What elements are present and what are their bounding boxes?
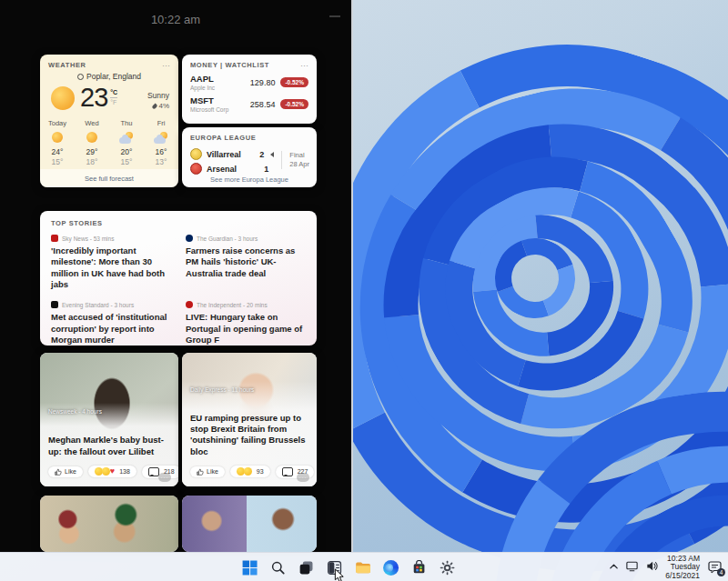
network-icon [625, 559, 639, 573]
guardian-icon [186, 235, 193, 242]
match-date: 28 Apr [289, 160, 309, 169]
weather-location[interactable]: Poplar, England [40, 72, 178, 81]
money-widget[interactable]: MONEY | WATCHLIST ··· AAPL Apple Inc 129… [182, 55, 317, 124]
search-icon [270, 560, 286, 576]
match-status: Final [289, 151, 309, 160]
sun-icon [51, 86, 75, 110]
task-view-icon [298, 560, 314, 576]
tray-clock[interactable]: 10:23 AM Tuesday 6/15/2021 [665, 555, 700, 581]
weather-widget[interactable]: WEATHER ··· Poplar, England 23 °C °F Sun… [40, 55, 178, 187]
location-pin-icon [77, 74, 84, 80]
news-photo [182, 496, 317, 552]
panel-minimize-dash[interactable] [329, 15, 340, 17]
windows-logo-icon [242, 560, 258, 576]
news-card-partial[interactable] [40, 496, 178, 552]
winner-indicator-icon [270, 152, 274, 157]
match-away-row: Arsenal 1 [190, 163, 274, 175]
notification-count-badge: 4 [717, 568, 725, 576]
news-source: Daily Express - 11 hours [190, 386, 308, 393]
gear-icon [440, 560, 455, 576]
reactions-button[interactable]: ♥ 138 [88, 466, 136, 477]
search-button[interactable] [267, 556, 289, 579]
top-stories-title: TOP STORIES [51, 219, 103, 227]
stock-change-badge: -0.52% [280, 77, 308, 87]
reactions-button[interactable]: 93 [230, 466, 270, 477]
story-item[interactable]: Evening Standard - 3 hours Met accused o… [51, 301, 171, 346]
story-item[interactable]: Sky News - 53 mins 'Incredibly important… [51, 235, 171, 290]
forecast-day[interactable]: Today 24° 15° [40, 119, 75, 166]
droplet-icon [152, 103, 158, 109]
unit-fahrenheit-toggle[interactable]: °F [110, 98, 117, 106]
panel-clock: 10:22 am [0, 13, 351, 26]
top-stories-widget[interactable]: TOP STORIES Sky News - 53 mins 'Incredib… [40, 211, 317, 346]
heart-emoji-icon: ♥ [110, 467, 115, 476]
forecast-day[interactable]: Fri 16° 13° [144, 119, 178, 166]
mouse-cursor-icon [334, 568, 345, 581]
task-view-button[interactable] [295, 556, 318, 579]
news-card-eu[interactable]: Daily Express - 11 hours EU ramping pres… [182, 353, 317, 486]
match-home-row: Villarreal 2 [190, 148, 274, 160]
card-menu-button[interactable]: ··· [297, 473, 309, 482]
stock-row-aapl[interactable]: AAPL Apple Inc 129.80 -0.52% [182, 69, 317, 91]
edge-browser-button[interactable] [379, 556, 402, 579]
show-hidden-icons-button[interactable] [609, 559, 619, 576]
like-button[interactable]: Like [48, 466, 83, 477]
current-temperature: 23 [80, 83, 107, 113]
news-headline: Meghan Markle's baby bust-up: the fallou… [48, 435, 170, 457]
volume-button[interactable] [645, 559, 659, 576]
start-button[interactable] [238, 556, 261, 579]
laughing-emoji-icon [102, 467, 110, 476]
stock-change-badge: -0.52% [280, 99, 308, 109]
story-item[interactable]: The Independent - 20 mins LIVE: Hungary … [186, 301, 306, 346]
stock-row-msft[interactable]: MSFT Microsoft Corp 258.54 -0.52% [182, 91, 317, 113]
edge-icon [383, 560, 399, 576]
stock-price: 258.54 [250, 100, 276, 109]
weather-menu-button[interactable]: ··· [162, 63, 170, 68]
home-score: 2 [259, 150, 264, 159]
news-card-meghan[interactable]: Newsweek - 4 hours Meghan Markle's baby … [40, 353, 178, 486]
widgets-button[interactable] [323, 556, 346, 579]
precipitation: 4% [147, 102, 169, 110]
notification-center-button[interactable]: 4 [706, 560, 723, 576]
weather-condition: Sunny [147, 91, 169, 100]
taskbar: 10:23 AM Tuesday 6/15/2021 4 [0, 552, 728, 581]
forecast-day[interactable]: Thu 20° 15° [109, 119, 144, 166]
store-bag-icon [411, 560, 427, 576]
thumbs-up-icon [55, 468, 62, 476]
arsenal-crest-icon [190, 163, 202, 175]
file-explorer-button[interactable] [351, 556, 374, 579]
unit-celsius-toggle[interactable]: °C [110, 89, 117, 98]
laughing-emoji-icon [244, 467, 252, 476]
sunny-icon [52, 132, 63, 143]
see-full-forecast-link[interactable]: See full forecast [40, 169, 178, 187]
stock-price: 129.80 [250, 78, 276, 87]
partly-cloudy-icon [154, 132, 168, 144]
sports-widget[interactable]: EUROPA LEAGUE Villarreal 2 Arsenal 1 Fin… [182, 127, 317, 187]
card-menu-button[interactable]: ··· [158, 473, 171, 482]
independent-icon [186, 301, 193, 308]
news-headline: EU ramping pressure up to stop Brexit Br… [190, 413, 308, 457]
speaker-icon [645, 559, 659, 573]
weather-title: WEATHER [48, 61, 86, 69]
forecast-day[interactable]: Wed 29° 18° [75, 119, 109, 166]
folder-icon [355, 559, 371, 576]
widgets-panel: 10:22 am WEATHER ··· Poplar, England 23 … [0, 0, 353, 553]
sports-title: EUROPA LEAGUE [190, 134, 256, 142]
evening-standard-icon [51, 301, 58, 308]
news-card-partial[interactable] [182, 496, 317, 552]
story-item[interactable]: The Guardian - 3 hours Farmers raise con… [186, 235, 306, 290]
money-menu-button[interactable]: ··· [300, 63, 308, 68]
comment-icon [282, 467, 293, 476]
sky-news-icon [51, 235, 58, 242]
like-button[interactable]: Like [190, 466, 225, 477]
microsoft-store-button[interactable] [408, 556, 430, 579]
villarreal-crest-icon [190, 148, 202, 160]
partly-cloudy-icon [119, 132, 134, 144]
away-score: 1 [264, 165, 268, 174]
settings-button[interactable] [436, 556, 459, 579]
comment-icon [148, 467, 159, 476]
news-source: Newsweek - 4 hours [48, 408, 170, 415]
see-more-europa-link[interactable]: See more Europa League [182, 175, 317, 184]
chevron-up-icon [609, 562, 619, 572]
network-button[interactable] [625, 559, 639, 576]
